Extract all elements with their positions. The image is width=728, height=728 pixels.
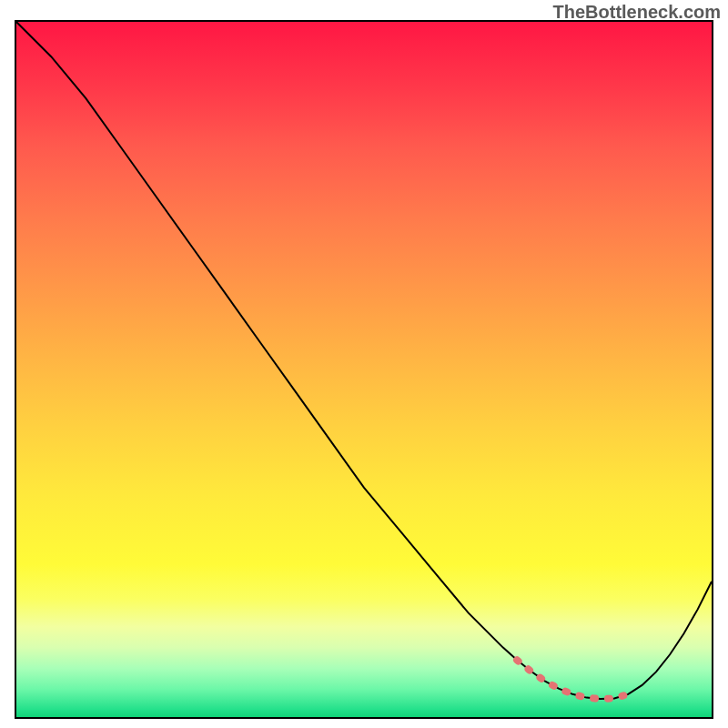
watermark-text: TheBottleneck.com [553, 2, 721, 23]
bottleneck-curve [16, 22, 712, 699]
optimal-region-highlight [517, 660, 628, 699]
chart-plot-area [15, 20, 713, 719]
curve-overlay [16, 22, 712, 717]
